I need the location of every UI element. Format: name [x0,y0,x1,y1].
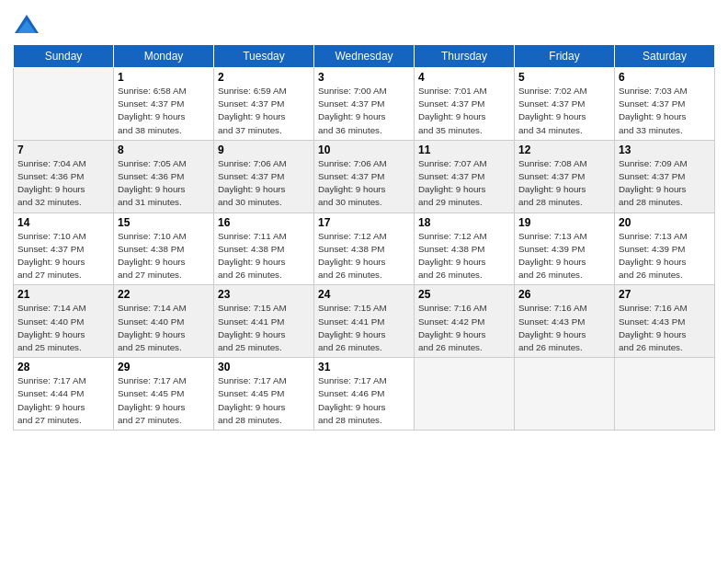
calendar-cell: 11Sunrise: 7:07 AMSunset: 4:37 PMDayligh… [415,140,515,213]
day-number: 13 [619,144,711,156]
day-info: Sunrise: 7:12 AMSunset: 4:38 PMDaylight:… [318,230,410,282]
calendar-table: SundayMondayTuesdayWednesdayThursdayFrid… [13,44,715,431]
calendar-cell: 29Sunrise: 7:17 AMSunset: 4:45 PMDayligh… [114,358,214,431]
day-number: 18 [418,216,510,229]
day-info: Sunrise: 7:06 AMSunset: 4:37 PMDaylight:… [218,157,310,210]
calendar-cell: 19Sunrise: 7:13 AMSunset: 4:39 PMDayligh… [515,213,615,285]
day-number: 6 [619,71,711,84]
calendar-cell: 17Sunrise: 7:12 AMSunset: 4:38 PMDayligh… [314,213,415,285]
calendar-cell: 6Sunrise: 7:03 AMSunset: 4:37 PMDaylight… [615,68,715,141]
col-header-friday: Friday [515,45,615,68]
calendar-cell: 2Sunrise: 6:59 AMSunset: 4:37 PMDaylight… [214,68,314,141]
page-container: SundayMondayTuesdayWednesdayThursdayFrid… [0,0,728,563]
day-number: 5 [518,71,610,84]
logo [13,13,42,39]
day-info: Sunrise: 6:59 AMSunset: 4:37 PMDaylight:… [218,85,310,137]
day-info: Sunrise: 7:02 AMSunset: 4:37 PMDaylight:… [518,85,610,137]
day-info: Sunrise: 7:15 AMSunset: 4:41 PMDaylight:… [218,302,310,354]
day-info: Sunrise: 7:06 AMSunset: 4:37 PMDaylight:… [318,157,410,210]
day-info: Sunrise: 7:14 AMSunset: 4:40 PMDaylight:… [118,302,210,354]
col-header-saturday: Saturday [615,45,715,68]
calendar-cell: 10Sunrise: 7:06 AMSunset: 4:37 PMDayligh… [314,140,415,213]
calendar-cell: 31Sunrise: 7:17 AMSunset: 4:46 PMDayligh… [314,358,415,431]
calendar-cell: 9Sunrise: 7:06 AMSunset: 4:37 PMDaylight… [214,140,314,213]
calendar-cell: 15Sunrise: 7:10 AMSunset: 4:38 PMDayligh… [114,213,214,285]
calendar-cell: 23Sunrise: 7:15 AMSunset: 4:41 PMDayligh… [214,285,314,358]
calendar-cell: 22Sunrise: 7:14 AMSunset: 4:40 PMDayligh… [114,285,214,358]
day-info: Sunrise: 7:01 AMSunset: 4:37 PMDaylight:… [418,85,510,137]
calendar-cell: 14Sunrise: 7:10 AMSunset: 4:37 PMDayligh… [14,213,114,285]
calendar-cell: 20Sunrise: 7:13 AMSunset: 4:39 PMDayligh… [615,213,715,285]
day-number: 8 [118,144,210,156]
calendar-cell: 7Sunrise: 7:04 AMSunset: 4:36 PMDaylight… [14,140,114,213]
day-info: Sunrise: 7:09 AMSunset: 4:37 PMDaylight:… [619,157,711,210]
logo-icon [13,13,40,39]
day-info: Sunrise: 7:00 AMSunset: 4:37 PMDaylight:… [318,85,410,137]
day-number: 21 [17,288,109,301]
day-number: 4 [418,71,510,84]
day-info: Sunrise: 7:13 AMSunset: 4:39 PMDaylight:… [518,230,610,282]
day-number: 24 [318,288,410,301]
calendar-cell: 1Sunrise: 6:58 AMSunset: 4:37 PMDaylight… [114,68,214,141]
day-info: Sunrise: 7:04 AMSunset: 4:36 PMDaylight:… [17,157,109,210]
day-number: 9 [218,144,310,156]
calendar-cell: 5Sunrise: 7:02 AMSunset: 4:37 PMDaylight… [515,68,615,141]
day-info: Sunrise: 7:16 AMSunset: 4:43 PMDaylight:… [518,302,610,354]
calendar-cell [415,358,515,431]
day-info: Sunrise: 7:17 AMSunset: 4:45 PMDaylight:… [218,374,310,427]
day-info: Sunrise: 7:12 AMSunset: 4:38 PMDaylight:… [418,230,510,282]
calendar-cell: 4Sunrise: 7:01 AMSunset: 4:37 PMDaylight… [415,68,515,141]
col-header-monday: Monday [114,45,214,68]
day-number: 16 [218,216,310,229]
calendar-cell: 12Sunrise: 7:08 AMSunset: 4:37 PMDayligh… [515,140,615,213]
day-number: 10 [318,144,410,156]
calendar-cell: 30Sunrise: 7:17 AMSunset: 4:45 PMDayligh… [214,358,314,431]
day-number: 3 [318,71,410,84]
calendar-cell [515,358,615,431]
day-number: 23 [218,288,310,301]
calendar-cell [14,68,114,141]
calendar-cell: 13Sunrise: 7:09 AMSunset: 4:37 PMDayligh… [615,140,715,213]
day-info: Sunrise: 7:13 AMSunset: 4:39 PMDaylight:… [619,230,711,282]
day-info: Sunrise: 7:17 AMSunset: 4:44 PMDaylight:… [17,374,109,427]
day-info: Sunrise: 7:03 AMSunset: 4:37 PMDaylight:… [619,85,711,137]
calendar-cell [615,358,715,431]
col-header-wednesday: Wednesday [314,45,415,68]
day-number: 7 [17,144,109,156]
day-info: Sunrise: 7:16 AMSunset: 4:42 PMDaylight:… [418,302,510,354]
day-number: 27 [619,288,711,301]
day-number: 25 [418,288,510,301]
day-number: 17 [318,216,410,229]
day-info: Sunrise: 7:08 AMSunset: 4:37 PMDaylight:… [518,157,610,210]
day-number: 11 [418,144,510,156]
calendar-cell: 28Sunrise: 7:17 AMSunset: 4:44 PMDayligh… [14,358,114,431]
day-number: 31 [318,361,410,373]
calendar-cell: 25Sunrise: 7:16 AMSunset: 4:42 PMDayligh… [415,285,515,358]
day-info: Sunrise: 7:17 AMSunset: 4:45 PMDaylight:… [118,374,210,427]
day-number: 19 [518,216,610,229]
day-number: 22 [118,288,210,301]
day-info: Sunrise: 6:58 AMSunset: 4:37 PMDaylight:… [118,85,210,137]
calendar-cell: 18Sunrise: 7:12 AMSunset: 4:38 PMDayligh… [415,213,515,285]
day-info: Sunrise: 7:10 AMSunset: 4:37 PMDaylight:… [17,230,109,282]
day-info: Sunrise: 7:16 AMSunset: 4:43 PMDaylight:… [619,302,711,354]
col-header-thursday: Thursday [415,45,515,68]
calendar-cell: 21Sunrise: 7:14 AMSunset: 4:40 PMDayligh… [14,285,114,358]
day-number: 29 [118,361,210,373]
calendar-cell: 27Sunrise: 7:16 AMSunset: 4:43 PMDayligh… [615,285,715,358]
day-info: Sunrise: 7:05 AMSunset: 4:36 PMDaylight:… [118,157,210,210]
calendar-cell: 8Sunrise: 7:05 AMSunset: 4:36 PMDaylight… [114,140,214,213]
calendar-cell: 24Sunrise: 7:15 AMSunset: 4:41 PMDayligh… [314,285,415,358]
day-info: Sunrise: 7:07 AMSunset: 4:37 PMDaylight:… [418,157,510,210]
day-info: Sunrise: 7:10 AMSunset: 4:38 PMDaylight:… [118,230,210,282]
col-header-sunday: Sunday [14,45,114,68]
day-info: Sunrise: 7:14 AMSunset: 4:40 PMDaylight:… [17,302,109,354]
day-number: 2 [218,71,310,84]
day-number: 1 [118,71,210,84]
header-row [13,9,715,39]
day-number: 26 [518,288,610,301]
day-number: 12 [518,144,610,156]
day-number: 28 [17,361,109,373]
day-number: 20 [619,216,711,229]
day-info: Sunrise: 7:11 AMSunset: 4:38 PMDaylight:… [218,230,310,282]
